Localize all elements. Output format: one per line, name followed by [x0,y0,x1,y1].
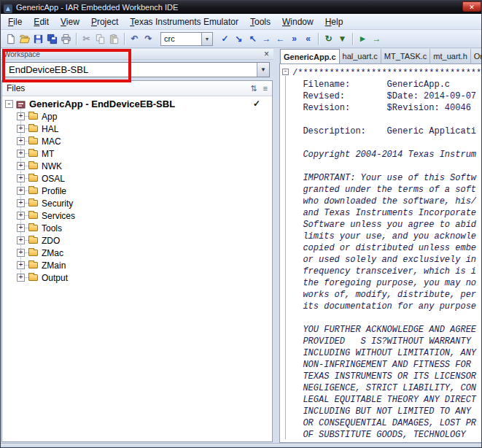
print-icon[interactable] [60,33,72,45]
search-combo-value: crc [161,33,201,45]
goto-check-icon[interactable]: ✓ [219,33,231,45]
code-line: YOU FURTHER ACKNOWLEDGE AND AGREE [292,324,481,336]
menu-item-file[interactable]: File [2,15,28,28]
new-document-icon[interactable] [4,33,17,45]
fold-collapse-icon[interactable]: - [282,69,289,75]
tree-item-output[interactable]: +Output [2,271,272,284]
expand-icon[interactable]: + [17,125,25,133]
tab-on[interactable]: On [471,49,481,63]
columns-icon[interactable]: ≡ [263,84,268,93]
download-debug-icon[interactable]: ► [357,33,369,45]
toolbar-separator [124,33,125,45]
paste-icon[interactable] [108,33,120,45]
expand-icon[interactable]: + [17,212,25,220]
code-editor[interactable]: - /************************************ … [279,63,481,443]
code-line: Software unless you agree to abid [292,219,481,231]
tab-mt-task-c[interactable]: MT_TASK.c [381,49,430,63]
code-lines: /************************************ Fi… [292,67,481,442]
search-combo[interactable]: crc ▼ [160,32,213,46]
make-icon[interactable]: ▼ [336,33,349,45]
folder-icon [28,250,38,256]
expand-icon[interactable]: + [17,137,25,145]
tree-item-mac[interactable]: +MAC [2,135,272,147]
save-icon[interactable] [32,33,44,45]
main-area: Workspace × EndDeviceEB-SBL ▼ Files ⇅≡ - [1,49,481,443]
expand-icon[interactable]: + [17,274,25,282]
workspace-close-button[interactable]: × [263,50,271,58]
expand-icon[interactable]: + [17,112,25,120]
undo-icon[interactable]: ↶ [128,33,141,45]
code-line: who downloaded the software, his/ [292,196,481,207]
tree-item-zmac[interactable]: +ZMac [2,247,272,259]
compile-icon[interactable]: ↻ [322,33,335,45]
open-folder-icon[interactable] [18,33,31,45]
folder-icon [28,175,38,182]
menu-item-texas-instruments-emulator[interactable]: Texas Instruments Emulator [124,15,244,28]
expand-icon[interactable]: + [17,261,25,269]
copy-icon[interactable] [94,33,106,45]
folder-icon [28,138,38,144]
tree-item-zdo[interactable]: +ZDO [2,234,272,247]
tree-item-app[interactable]: +App [2,110,272,123]
navigate-backward-icon[interactable]: ↖ [246,33,259,45]
tree-item-project[interactable]: - GenericApp - EndDeviceEB-SBL ✓ [2,98,272,110]
sort-order-icon[interactable]: ⇅ [250,84,257,93]
tree-item-nwk[interactable]: +NWK [2,160,272,172]
expand-icon[interactable]: + [17,236,25,244]
menu-item-help[interactable]: Help [319,15,349,28]
toolbar-separator [318,33,319,45]
redo-icon[interactable]: ↷ [142,33,155,45]
tree-item-tools[interactable]: +Tools [2,222,272,234]
tree-item-osal[interactable]: +OSAL [2,172,272,185]
find-previous-icon[interactable]: ← [274,33,287,45]
expand-icon[interactable]: + [17,174,25,182]
menu-item-tools[interactable]: Tools [244,15,276,28]
tree-item-security[interactable]: +Security [2,197,272,209]
navigate-forward-icon[interactable]: ↘ [233,33,245,45]
debug-without-download-icon[interactable]: → [370,33,383,45]
tab-hal-uart-c[interactable]: hal_uart.c [340,49,381,63]
expand-icon[interactable]: + [17,199,25,207]
collapse-icon[interactable]: - [5,100,13,108]
folder-icon [28,150,38,157]
fold-guide-line [285,76,286,439]
code-line: frequency transceiver, which is i [292,266,481,277]
expand-icon[interactable]: + [17,224,25,232]
tree-item-profile[interactable]: +Profile [2,185,272,197]
menu-item-view[interactable]: View [55,15,85,28]
menu-item-edit[interactable]: Edit [28,15,55,28]
window-titlebar: GenericApp - IAR Embedded Workbench IDE … [1,1,481,14]
folder-label: ZDO [42,236,60,246]
menu-item-project[interactable]: Project [85,15,124,28]
expand-icon[interactable]: + [17,162,25,170]
previous-bookmark-icon[interactable]: « [302,33,314,45]
save-all-icon[interactable] [46,33,58,45]
code-line: /************************************ [292,67,481,79]
next-bookmark-icon[interactable]: » [288,33,300,45]
code-line: Revision: $Revision: 40046 [292,102,481,114]
configuration-value: EndDeviceEB-SBL [5,63,257,77]
expand-icon[interactable]: + [17,187,25,195]
menu-item-window[interactable]: Window [276,15,319,28]
cut-icon[interactable]: ✂ [80,33,93,45]
panel-splitter[interactable] [273,49,279,443]
folder-icon [28,125,38,132]
expand-icon[interactable]: + [17,249,25,257]
tab-mt-uart-h[interactable]: mt_uart.h [430,49,470,63]
tree-item-zmain[interactable]: +ZMain [2,259,272,271]
tree-item-services[interactable]: +Services [2,209,272,222]
project-icon [16,99,26,109]
folder-icon [28,113,38,120]
window-close-button[interactable]: ✕ [462,1,481,12]
tree-item-mt[interactable]: +MT [2,147,272,160]
tab-genericapp-c[interactable]: GenericApp.c [280,49,340,63]
expand-icon[interactable]: + [17,150,25,158]
search-combo-dropdown-button[interactable]: ▼ [201,33,212,45]
find-next-icon[interactable]: → [260,33,273,45]
tree-item-hal[interactable]: +HAL [2,123,272,135]
code-line: Filename: GenericApp.c [292,79,481,90]
configuration-dropdown[interactable]: EndDeviceEB-SBL ▼ [4,62,270,77]
status-bar [1,443,481,447]
configuration-dropdown-arrow[interactable]: ▼ [257,63,269,77]
menu-bar: FileEditViewProjectTexas Instruments Emu… [1,14,481,30]
